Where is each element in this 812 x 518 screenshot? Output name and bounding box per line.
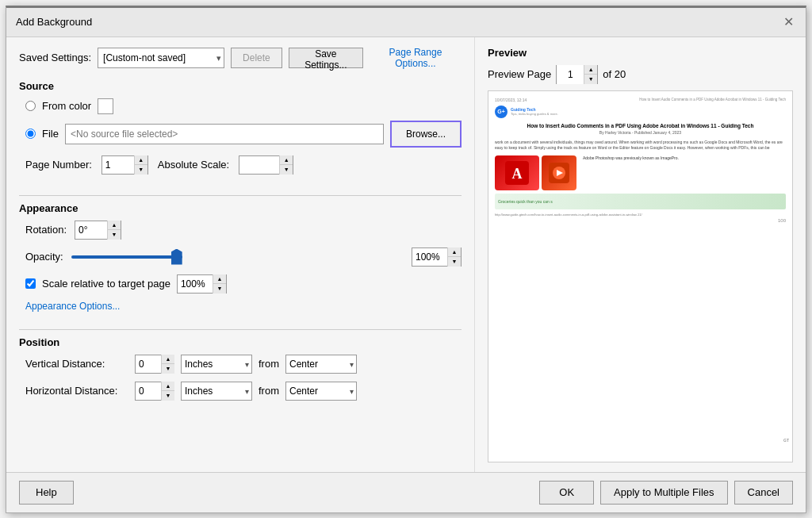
- vertical-from-select[interactable]: Center Top Bottom: [285, 355, 357, 374]
- preview-img-second: [542, 155, 576, 190]
- preview-logo-tagline: Tips, tricks buying guides & more.: [511, 112, 558, 116]
- vertical-value-spinners: ▲ ▼: [161, 355, 174, 374]
- opacity-up[interactable]: ▲: [448, 247, 461, 258]
- horizontal-row: Horizontal Distance: ▲ ▼ Inches Centi: [25, 382, 462, 401]
- absolute-scale-down[interactable]: ▼: [280, 165, 293, 175]
- rotation-row: Rotation: ▲ ▼: [25, 221, 462, 240]
- from-color-label: From color: [42, 100, 91, 112]
- cancel-button[interactable]: Cancel: [734, 481, 793, 505]
- browse-button[interactable]: Browse...: [390, 121, 462, 148]
- appearance-section: Appearance Rotation: ▲ ▼: [19, 202, 462, 312]
- ok-button[interactable]: OK: [539, 481, 594, 505]
- preview-images-row: A Adobe: [495, 155, 786, 190]
- position-title: Position: [19, 336, 462, 348]
- preview-doc-title-small: How to Insert Audio Comments in a PDF Us…: [639, 98, 786, 102]
- preview-page-up[interactable]: ▲: [584, 65, 597, 75]
- horizontal-value-spinner: ▲ ▼: [135, 382, 174, 401]
- horizontal-unit-select[interactable]: Inches Centimeters Millimeters: [181, 382, 252, 401]
- source-title: Source: [19, 80, 462, 92]
- preview-doc-title: How to Insert Audio Comments in a PDF Us…: [495, 123, 786, 129]
- from-color-row: From color: [25, 98, 462, 114]
- dialog-title: Add Background: [16, 16, 92, 28]
- saved-settings-select[interactable]: [Custom-not saved]: [98, 48, 224, 68]
- horizontal-from-label: from: [259, 385, 279, 397]
- save-settings-button[interactable]: Save Settings...: [289, 48, 363, 68]
- preview-panel: Preview Preview Page ▲ ▼ of 20 10/07/202…: [474, 37, 806, 472]
- horizontal-from-select[interactable]: Center Left Right: [285, 382, 357, 401]
- preview-page-down[interactable]: ▼: [584, 75, 597, 84]
- preview-label: Preview: [488, 47, 793, 59]
- saved-settings-label: Saved Settings:: [19, 52, 91, 63]
- preview-img-group: A: [495, 155, 576, 190]
- page-range-options-link[interactable]: Page Range Options...: [370, 47, 462, 69]
- opacity-slider[interactable]: [71, 255, 182, 259]
- preview-logo-text: G+: [497, 109, 505, 114]
- preview-author: By Harley Victoria - Published January 4…: [495, 130, 786, 135]
- absolute-scale-input[interactable]: [239, 156, 279, 174]
- horizontal-value-input[interactable]: [136, 382, 161, 400]
- vertical-label: Vertical Distance:: [25, 358, 128, 370]
- acrobat-icon-svg: A: [505, 161, 529, 185]
- preview-body: work on a document with several individu…: [495, 140, 786, 151]
- bottom-bar: Help OK Apply to Multiple Files Cancel: [6, 472, 806, 512]
- rotation-label: Rotation:: [25, 224, 67, 236]
- file-path-input[interactable]: [65, 124, 384, 144]
- scale-up[interactable]: ▲: [213, 274, 226, 285]
- from-color-radio[interactable]: [25, 101, 36, 111]
- preview-logo-sub: Guiding Tech Tips, tricks buying guides …: [511, 107, 558, 116]
- color-picker-box[interactable]: [98, 98, 113, 114]
- opacity-row: Opacity: ▲ ▼: [25, 247, 462, 267]
- rotation-up[interactable]: ▲: [108, 221, 121, 231]
- vertical-value-down[interactable]: ▼: [162, 364, 174, 374]
- preview-bottom-img: Groceries quick than you can s: [495, 194, 786, 209]
- scale-down[interactable]: ▼: [213, 284, 226, 294]
- preview-page-input[interactable]: [557, 65, 584, 84]
- scale-spinners: ▲ ▼: [213, 274, 226, 294]
- preview-logo: G+: [495, 106, 508, 118]
- absolute-scale-up[interactable]: ▲: [280, 155, 293, 166]
- title-bar: Add Background ✕: [6, 8, 806, 37]
- file-radio[interactable]: [25, 129, 36, 139]
- appearance-options-link[interactable]: Appearance Options...: [25, 301, 120, 312]
- delete-button[interactable]: Delete: [231, 48, 282, 68]
- scale-input[interactable]: [178, 275, 213, 293]
- vertical-unit-select[interactable]: Inches Centimeters Millimeters: [181, 355, 252, 374]
- left-panel: Saved Settings: [Custom-not saved] Delet…: [6, 37, 474, 472]
- rotation-down[interactable]: ▼: [108, 230, 121, 240]
- apply-multiple-button[interactable]: Apply to Multiple Files: [600, 481, 727, 505]
- saved-settings-select-wrapper: [Custom-not saved]: [98, 48, 224, 68]
- vertical-value-spinner: ▲ ▼: [135, 355, 174, 374]
- help-button[interactable]: Help: [19, 481, 74, 505]
- page-number-input[interactable]: [102, 156, 134, 174]
- opacity-down[interactable]: ▼: [448, 257, 461, 267]
- preview-logo-area: G+ Guiding Tech Tips, tricks buying guid…: [495, 106, 786, 118]
- preview-page-num: 100: [495, 218, 786, 223]
- horizontal-value-down[interactable]: ▼: [162, 391, 174, 401]
- appearance-content: Rotation: ▲ ▼ Opacity:: [19, 221, 462, 312]
- opacity-label: Opacity:: [25, 251, 63, 263]
- preview-img-acrobat: A: [495, 155, 539, 190]
- vertical-from-label: from: [259, 358, 279, 370]
- vertical-value-input[interactable]: [136, 355, 161, 373]
- vertical-value-up[interactable]: ▲: [162, 355, 174, 365]
- rotation-input[interactable]: [75, 221, 107, 239]
- preview-caption: Adobe Photoshop was previously known as …: [580, 155, 786, 190]
- dialog-content: Saved Settings: [Custom-not saved] Delet…: [6, 37, 806, 472]
- opacity-spinner: ▲ ▼: [412, 247, 462, 267]
- scale-checkbox[interactable]: [25, 278, 36, 289]
- preview-page-spinners: ▲ ▼: [584, 65, 597, 84]
- absolute-scale-label: Absolute Scale:: [158, 159, 229, 171]
- page-number-up[interactable]: ▲: [135, 155, 147, 166]
- horizontal-from-wrapper: Center Left Right: [285, 382, 357, 401]
- page-number-label: Page Number:: [25, 159, 92, 171]
- page-number-down[interactable]: ▼: [135, 165, 147, 175]
- horizontal-value-up[interactable]: ▲: [162, 382, 174, 392]
- second-icon-svg: [549, 163, 569, 183]
- saved-settings-row: Saved Settings: [Custom-not saved] Delet…: [19, 47, 462, 69]
- preview-page-spinner: ▲ ▼: [556, 65, 598, 84]
- preview-of-text: of 20: [603, 68, 626, 80]
- close-button[interactable]: ✕: [780, 14, 796, 30]
- saved-settings-left: Saved Settings: [Custom-not saved] Delet…: [19, 48, 363, 68]
- opacity-input[interactable]: [412, 248, 447, 266]
- opacity-slider-container: [71, 255, 404, 259]
